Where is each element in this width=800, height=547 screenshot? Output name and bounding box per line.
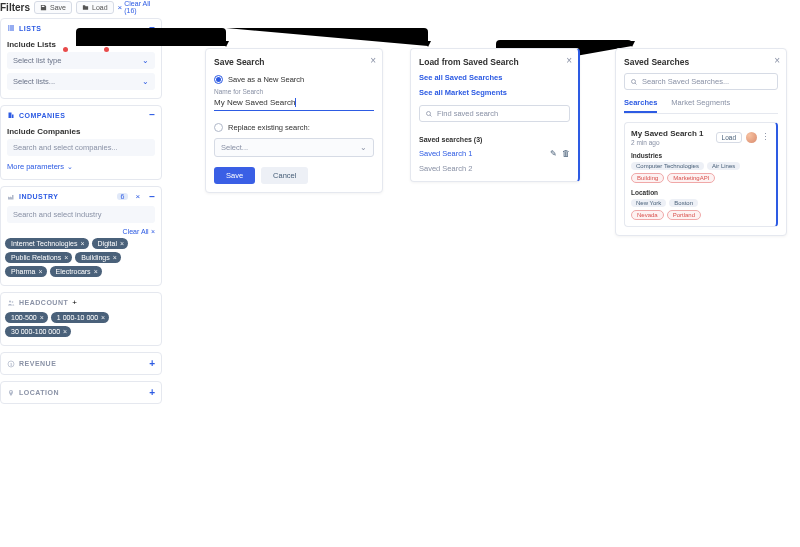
saved-search-name[interactable]: Saved Search 2 (419, 164, 472, 173)
collapse-icon[interactable]: − (149, 193, 155, 201)
include-companies-label: Include Companies (1, 124, 161, 139)
svg-rect-2 (8, 30, 10, 31)
svg-rect-4 (10, 28, 14, 29)
remove-chip-icon[interactable]: × (80, 240, 84, 247)
connector-dot (104, 47, 109, 52)
money-icon: $ (7, 360, 15, 368)
section-location[interactable]: LOCATION + (0, 381, 162, 404)
option-replace[interactable]: Replace existing search: (214, 123, 374, 132)
section-revenue[interactable]: $ REVENUE + (0, 352, 162, 375)
filter-chip[interactable]: Pharma× (5, 266, 47, 277)
ss-card-subtitle: 2 min ago (631, 139, 712, 146)
remove-chip-icon[interactable]: × (39, 268, 43, 275)
section-industry-header[interactable]: INDUSTRY 6 × − (1, 187, 161, 206)
filter-chip[interactable]: Electrocars× (50, 266, 102, 277)
find-saved-input[interactable]: Find saved search (419, 105, 570, 122)
search-icon (630, 78, 638, 86)
filter-chip[interactable]: 100-500× (5, 312, 48, 323)
filters-panel: Filters Save Load ×Clear All (16) LISTS … (0, 0, 162, 404)
filter-chip[interactable]: 30 000-100 000× (5, 326, 71, 337)
collapse-icon[interactable]: − (149, 24, 155, 32)
load-button[interactable]: Load (76, 1, 114, 14)
ss-search-input[interactable]: Search Saved Searches... (624, 73, 778, 90)
search-name-input[interactable]: My New Saved Search (214, 95, 374, 111)
filter-chip[interactable]: Public Relations× (5, 252, 72, 263)
remove-chip-icon[interactable]: × (63, 328, 67, 335)
industries-label: Industries (631, 152, 770, 159)
expand-icon[interactable]: + (149, 387, 155, 398)
load-search-panel: Load from Saved Search × See all Saved S… (410, 48, 580, 182)
more-menu-icon[interactable]: ⋮ (761, 133, 770, 142)
svg-point-10 (427, 111, 431, 115)
select-lists[interactable]: Select lists... ⌄ (7, 73, 155, 90)
ss-tabs: Searches Market Segments (624, 98, 778, 114)
remove-chip-icon[interactable]: × (120, 240, 124, 247)
industry-count-badge: 6 (117, 193, 129, 200)
svg-point-6 (9, 300, 11, 302)
saved-searches-panel: Saved Searches × Search Saved Searches..… (615, 48, 787, 236)
tag: Boston (669, 199, 698, 207)
remove-chip-icon[interactable]: × (113, 254, 117, 261)
text-cursor (295, 98, 296, 107)
close-button[interactable]: × (774, 55, 780, 66)
section-companies-header[interactable]: COMPANIES − (1, 106, 161, 124)
tab-segments[interactable]: Market Segments (671, 98, 730, 113)
remove-chip-icon[interactable]: × (40, 314, 44, 321)
close-icon[interactable]: × (151, 228, 155, 235)
radio-checked-icon (214, 75, 223, 84)
delete-icon[interactable]: 🗑 (562, 149, 570, 158)
close-button[interactable]: × (566, 55, 572, 66)
chevron-down-icon: ⌄ (360, 143, 367, 152)
filter-chip[interactable]: Internet Technologies× (5, 238, 89, 249)
remove-chip-icon[interactable]: × (101, 314, 105, 321)
svg-rect-3 (10, 26, 14, 27)
companies-search-input[interactable]: Search and select companies... (7, 139, 155, 156)
load-panel-title: Load from Saved Search (419, 57, 570, 67)
edit-icon[interactable]: ✎ (550, 149, 557, 158)
select-list-type[interactable]: Select list type ⌄ (7, 52, 155, 69)
see-all-segments-link[interactable]: See all Market Segments (419, 88, 570, 97)
collapse-icon[interactable]: − (149, 111, 155, 119)
remove-chip-icon[interactable]: × (64, 254, 68, 261)
remove-section-icon[interactable]: × (132, 192, 143, 201)
connector-dot (63, 47, 68, 52)
pin-icon (7, 389, 15, 397)
chevron-down-icon: ⌄ (142, 56, 149, 65)
expand-icon[interactable]: + (149, 358, 155, 369)
industry-clear-all[interactable]: Clear All (123, 228, 149, 235)
load-icon (82, 4, 89, 11)
save-icon (40, 4, 47, 11)
section-companies: COMPANIES − Include Companies Search and… (0, 105, 162, 180)
industry-search-input[interactable]: Search and select industry (7, 206, 155, 223)
tag: Air Lines (707, 162, 740, 170)
expand-icon[interactable]: + (72, 298, 77, 307)
tag: MarketingAPI (667, 173, 715, 183)
filter-chip[interactable]: 1 000-10 000× (51, 312, 109, 323)
ss-card-title: My Saved Search 1 (631, 129, 712, 138)
clear-all-button[interactable]: ×Clear All (16) (118, 0, 162, 14)
close-icon: × (118, 3, 123, 12)
radio-unchecked-icon (214, 123, 223, 132)
section-lists-header[interactable]: LISTS − (1, 19, 161, 37)
filter-chip[interactable]: Digital× (92, 238, 129, 249)
saved-searches-group-label: Saved searches (3) (419, 136, 570, 143)
see-all-saved-link[interactable]: See all Saved Searches (419, 73, 570, 82)
save-search-panel: Save Search × Save as a New Search Name … (205, 48, 383, 193)
option-save-new[interactable]: Save as a New Search (214, 75, 374, 84)
svg-rect-0 (8, 26, 10, 27)
saved-search-item: Saved Search 1✎🗑 (419, 149, 570, 158)
filter-chip[interactable]: Buildings× (75, 252, 121, 263)
save-button[interactable]: Save (34, 1, 72, 14)
remove-chip-icon[interactable]: × (94, 268, 98, 275)
headcount-chips: 100-500×1 000-10 000×30 000-100 000× (1, 312, 161, 341)
ss-load-button[interactable]: Load (716, 132, 742, 143)
cancel-button[interactable]: Cancel (261, 167, 308, 184)
save-confirm-button[interactable]: Save (214, 167, 255, 184)
tag: Computer Technologies (631, 162, 704, 170)
close-button[interactable]: × (370, 55, 376, 66)
saved-search-name[interactable]: Saved Search 1 (419, 149, 472, 158)
replace-select[interactable]: Select... ⌄ (214, 138, 374, 157)
more-parameters-link[interactable]: More parameters ⌄ (1, 160, 79, 175)
tab-searches[interactable]: Searches (624, 98, 657, 113)
section-headcount-header[interactable]: HEADCOUNT + (1, 293, 161, 312)
